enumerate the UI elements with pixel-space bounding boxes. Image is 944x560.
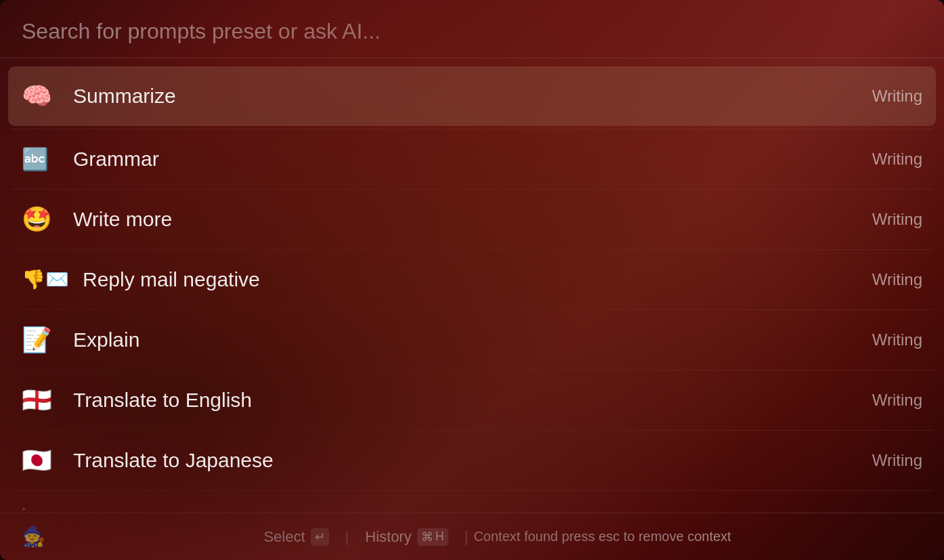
select-button[interactable]: Select ↵ bbox=[253, 524, 339, 550]
item-label: Translate to Japanese bbox=[73, 449, 872, 472]
history-button[interactable]: History ⌘ H bbox=[354, 524, 458, 550]
dot-item: · bbox=[0, 491, 944, 513]
list-item[interactable]: 🔤 Grammar Writing bbox=[0, 129, 944, 189]
list-item[interactable]: 🧠 Summarize Writing bbox=[8, 66, 936, 126]
explain-icon: 📝 bbox=[22, 328, 60, 352]
item-label: Summarize bbox=[73, 85, 872, 108]
dot-text: · bbox=[22, 498, 26, 513]
translate-english-icon: 🏴󠁧󠁢󠁥󠁮󠁧󠁿 bbox=[22, 388, 60, 412]
search-input[interactable] bbox=[22, 19, 922, 44]
footer-separator-2: | bbox=[459, 528, 474, 546]
history-keys: ⌘ H bbox=[417, 528, 448, 546]
item-label: Translate to English bbox=[73, 389, 872, 412]
reply-mail-icon: 👎✉️ bbox=[22, 270, 69, 289]
list-item[interactable]: 👎✉️ Reply mail negative Writing bbox=[0, 250, 944, 309]
list-item[interactable]: 🤩 Write more Writing bbox=[0, 190, 944, 249]
footer: 🧙 Select ↵ | History ⌘ H | Context found… bbox=[0, 513, 944, 560]
item-label: Explain bbox=[73, 328, 872, 351]
list-item[interactable]: 🏴󠁧󠁢󠁥󠁮󠁧󠁿 Translate to English Writing bbox=[0, 370, 944, 430]
item-category: Writing bbox=[872, 87, 922, 106]
item-label: Reply mail negative bbox=[83, 268, 872, 291]
summarize-icon: 🧠 bbox=[22, 84, 60, 108]
select-key: ↵ bbox=[311, 528, 329, 546]
item-category: Writing bbox=[872, 451, 922, 470]
context-label: Context found press esc to remove contex… bbox=[473, 529, 731, 544]
grammar-icon: 🔤 bbox=[22, 148, 60, 170]
item-label: Grammar bbox=[73, 148, 872, 171]
item-category: Writing bbox=[872, 210, 922, 229]
app-container: 🧠 Summarize Writing 🔤 Grammar Writing 🤩 … bbox=[0, 0, 944, 560]
footer-actions: Select ↵ | History ⌘ H | Context found p… bbox=[62, 524, 922, 550]
wizard-icon: 🧙 bbox=[22, 525, 45, 548]
select-label: Select bbox=[263, 528, 305, 546]
write-more-icon: 🤩 bbox=[22, 207, 60, 232]
item-category: Writing bbox=[872, 150, 922, 169]
translate-japanese-icon: 🇯🇵 bbox=[22, 448, 60, 473]
item-category: Writing bbox=[872, 391, 922, 410]
item-label: Write more bbox=[73, 208, 872, 231]
item-category: Writing bbox=[872, 330, 922, 349]
search-area bbox=[0, 0, 944, 58]
footer-separator-1: | bbox=[340, 528, 355, 546]
list-item[interactable]: 🇯🇵 Translate to Japanese Writing bbox=[0, 431, 944, 490]
list-item[interactable]: 📝 Explain Writing bbox=[0, 310, 944, 370]
items-list: 🧠 Summarize Writing 🔤 Grammar Writing 🤩 … bbox=[0, 58, 944, 513]
item-category: Writing bbox=[872, 270, 922, 289]
history-label: History bbox=[365, 528, 411, 546]
